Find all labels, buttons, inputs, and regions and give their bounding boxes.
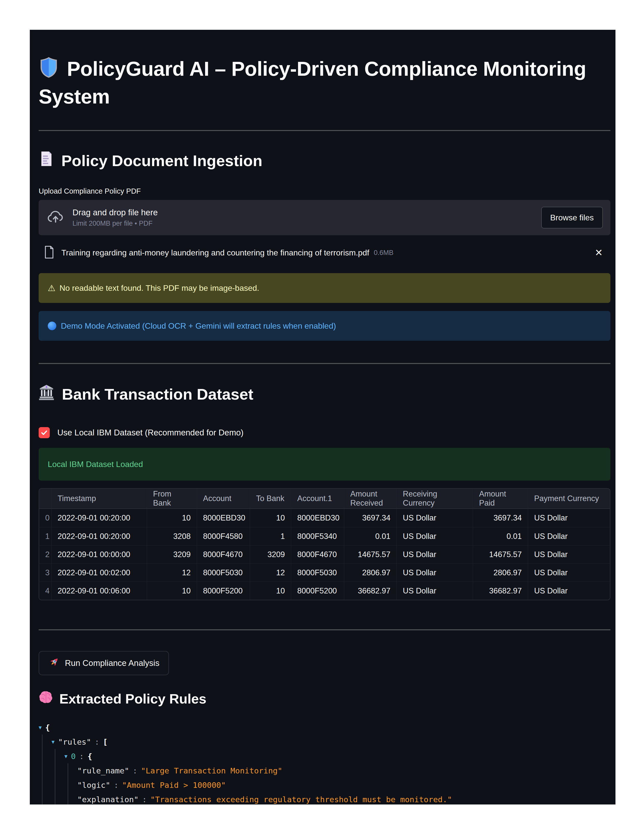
table-cell[interactable]: 3208 <box>147 527 197 545</box>
table-cell[interactable]: US Dollar <box>396 527 473 545</box>
divider <box>39 130 610 131</box>
svg-text:$: $ <box>46 385 47 389</box>
json-entry-logic: "logic" : "Amount Paid > 100000" <box>77 778 610 792</box>
json-key: "rule_name" <box>77 766 129 775</box>
table-cell[interactable]: 2022-09-01 00:00:00 <box>51 545 147 563</box>
dropzone-text: Drag and drop file here Limit 200MB per … <box>72 208 158 227</box>
table-cell[interactable]: 8000F5200 <box>197 582 250 600</box>
cloud-upload-icon <box>47 211 64 225</box>
section-heading-dataset: $ Bank Transaction Dataset <box>39 384 610 404</box>
collapse-triangle-icon[interactable]: ▼ <box>39 724 42 730</box>
table-cell[interactable]: 4 <box>39 582 51 600</box>
json-rules-viewer: ▼ { ▼ "rules" : [ ▼ 0 : { "rule_name" <box>39 720 610 804</box>
json-level-3: "rule_name" : "Large Transaction Monitor… <box>68 763 610 804</box>
table-header-cell[interactable]: Receiving Currency <box>396 489 473 509</box>
table-cell[interactable]: 8000F4670 <box>197 545 250 563</box>
checkbox-label[interactable]: Use Local IBM Dataset (Recommended for D… <box>57 428 243 437</box>
table-header-cell[interactable]: Amount Received <box>344 489 396 509</box>
table-cell[interactable]: US Dollar <box>528 582 610 600</box>
table-cell[interactable]: 8000F4670 <box>291 545 344 563</box>
table-cell[interactable]: US Dollar <box>528 509 610 527</box>
table-cell[interactable]: 2 <box>39 545 51 563</box>
uploaded-file-name: Training regarding anti-money laundering… <box>61 248 369 257</box>
file-limit-text: Limit 200MB per file • PDF <box>72 220 158 227</box>
table-cell[interactable]: 0 <box>39 509 51 527</box>
table-row: 22022-09-01 00:00:0032098000F46703209800… <box>39 545 610 563</box>
table-cell[interactable]: 3209 <box>250 545 291 563</box>
json-string-value: "Large Transaction Monitoring" <box>141 766 282 775</box>
table-cell[interactable]: 1 <box>250 527 291 545</box>
table-cell[interactable]: 8000F5030 <box>197 563 250 582</box>
drag-drop-text: Drag and drop file here <box>72 208 158 217</box>
table-cell[interactable]: 2022-09-01 00:06:00 <box>51 582 147 600</box>
table-cell[interactable]: 14675.57 <box>344 545 396 563</box>
warning-text: No readable text found. This PDF may be … <box>60 283 259 293</box>
table-cell[interactable]: US Dollar <box>528 545 610 563</box>
json-key: "logic" <box>77 780 110 790</box>
table-cell[interactable]: US Dollar <box>396 545 473 563</box>
table-cell[interactable]: 12 <box>250 563 291 582</box>
table-cell[interactable]: 0.01 <box>473 527 528 545</box>
table-cell[interactable]: 8000F5030 <box>291 563 344 582</box>
json-colon: : <box>76 752 88 761</box>
table-cell[interactable]: 8000EBD30 <box>197 509 250 527</box>
section-heading-ingestion: Policy Document Ingestion <box>39 151 610 170</box>
section-heading-text: Policy Document Ingestion <box>61 152 262 170</box>
table-cell[interactable]: 36682.97 <box>473 582 528 600</box>
table-cell[interactable]: 3209 <box>147 545 197 563</box>
run-compliance-analysis-button[interactable]: Run Compliance Analysis <box>39 651 169 675</box>
table-header-cell[interactable]: Amount Paid <box>473 489 528 509</box>
transactions-dataframe[interactable]: TimestampFrom BankAccountTo BankAccount.… <box>39 488 610 600</box>
table-cell[interactable]: 8000F5200 <box>291 582 344 600</box>
page-title-text: PolicyGuard AI – Policy-Driven Complianc… <box>39 58 586 108</box>
uploaded-file-row: Training regarding anti-money laundering… <box>39 245 610 261</box>
table-cell[interactable]: 8000EBD30 <box>291 509 344 527</box>
table-header-cell[interactable]: Account <box>197 489 250 509</box>
json-open-brace: { <box>87 752 92 761</box>
table-cell[interactable]: US Dollar <box>396 563 473 582</box>
collapse-triangle-icon[interactable]: ▼ <box>64 753 68 759</box>
table-cell[interactable]: 12 <box>147 563 197 582</box>
table-cell[interactable]: 10 <box>250 582 291 600</box>
table-header-cell[interactable]: Timestamp <box>51 489 147 509</box>
table-cell[interactable]: 3697.34 <box>344 509 396 527</box>
table-cell[interactable]: 2806.97 <box>473 563 528 582</box>
table-cell[interactable]: 1 <box>39 527 51 545</box>
remove-file-button[interactable]: ✕ <box>591 247 606 258</box>
table-cell[interactable]: 3 <box>39 563 51 582</box>
table-cell[interactable]: 14675.57 <box>473 545 528 563</box>
table-cell[interactable]: 8000F4580 <box>197 527 250 545</box>
use-local-dataset-checkbox-row: Use Local IBM Dataset (Recommended for D… <box>39 427 610 438</box>
table-cell[interactable]: US Dollar <box>396 582 473 600</box>
table-header-cell[interactable]: Payment Currency <box>528 489 610 509</box>
table-cell[interactable]: 2022-09-01 00:02:00 <box>51 563 147 582</box>
collapse-triangle-icon[interactable]: ▼ <box>52 739 55 745</box>
table-cell[interactable]: 2022-09-01 00:20:00 <box>51 527 147 545</box>
success-text: Local IBM Dataset Loaded <box>48 460 143 469</box>
page-title: PolicyGuard AI – Policy-Driven Complianc… <box>39 56 602 109</box>
file-dropzone[interactable]: Drag and drop file here Limit 200MB per … <box>39 200 610 235</box>
table-cell[interactable]: 2022-09-01 00:20:00 <box>51 509 147 527</box>
table-cell[interactable]: US Dollar <box>528 563 610 582</box>
table-header-cell[interactable] <box>39 489 51 509</box>
json-open-brace: { <box>45 723 50 732</box>
table-header-row: TimestampFrom BankAccountTo BankAccount.… <box>39 489 610 509</box>
table-cell[interactable]: 36682.97 <box>344 582 396 600</box>
table-cell[interactable]: 2806.97 <box>344 563 396 582</box>
table-cell[interactable]: 3697.34 <box>473 509 528 527</box>
table-header-cell[interactable]: Account.1 <box>291 489 344 509</box>
table-header-cell[interactable]: From Bank <box>147 489 197 509</box>
table-cell[interactable]: 10 <box>147 509 197 527</box>
browse-files-button[interactable]: Browse files <box>541 207 603 228</box>
table-header-cell[interactable]: To Bank <box>250 489 291 509</box>
warning-alert: ⚠ No readable text found. This PDF may b… <box>39 273 610 303</box>
json-key: "explanation" <box>77 795 138 804</box>
table-cell[interactable]: US Dollar <box>528 527 610 545</box>
table-cell[interactable]: 10 <box>250 509 291 527</box>
table-cell[interactable]: US Dollar <box>396 509 473 527</box>
table-cell[interactable]: 8000F5340 <box>291 527 344 545</box>
table-cell[interactable]: 0.01 <box>344 527 396 545</box>
checkbox-checked[interactable] <box>39 427 50 438</box>
table-cell[interactable]: 10 <box>147 582 197 600</box>
success-alert: Local IBM Dataset Loaded <box>39 448 610 481</box>
